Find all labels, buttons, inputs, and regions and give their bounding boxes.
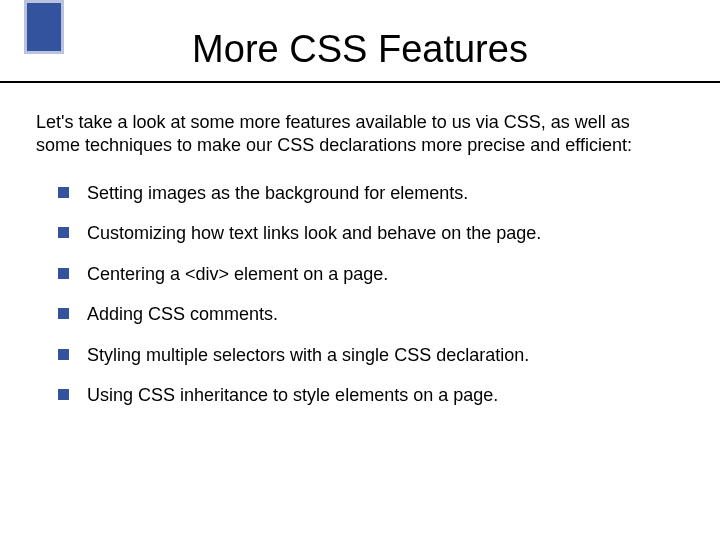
bullet-list: Setting images as the background for ele… (36, 182, 676, 407)
accent-box (24, 0, 64, 54)
list-item: Styling multiple selectors with a single… (58, 344, 676, 367)
list-item: Setting images as the background for ele… (58, 182, 676, 205)
bullet-text: Setting images as the background for ele… (87, 182, 468, 205)
bullet-text: Adding CSS comments. (87, 303, 278, 326)
list-item: Adding CSS comments. (58, 303, 676, 326)
bullet-text: Centering a <div> element on a page. (87, 263, 388, 286)
square-bullet-icon (58, 187, 69, 198)
square-bullet-icon (58, 349, 69, 360)
slide-title: More CSS Features (0, 28, 720, 71)
square-bullet-icon (58, 227, 69, 238)
square-bullet-icon (58, 268, 69, 279)
bullet-text: Styling multiple selectors with a single… (87, 344, 529, 367)
bullet-text: Using CSS inheritance to style elements … (87, 384, 498, 407)
list-item: Using CSS inheritance to style elements … (58, 384, 676, 407)
square-bullet-icon (58, 389, 69, 400)
content-area: Let's take a look at some more features … (0, 83, 720, 407)
bullet-text: Customizing how text links look and beha… (87, 222, 541, 245)
intro-paragraph: Let's take a look at some more features … (36, 111, 676, 158)
square-bullet-icon (58, 308, 69, 319)
list-item: Customizing how text links look and beha… (58, 222, 676, 245)
title-area: More CSS Features (0, 0, 720, 83)
list-item: Centering a <div> element on a page. (58, 263, 676, 286)
